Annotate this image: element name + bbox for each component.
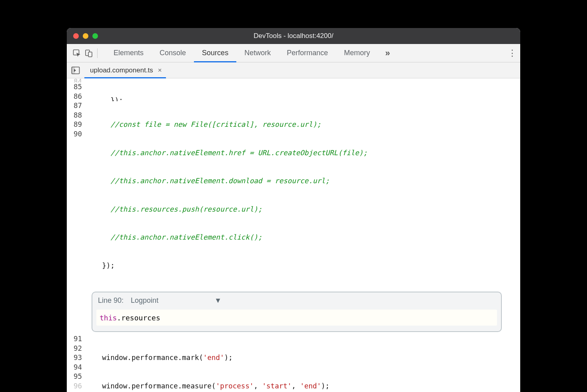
- line-number[interactable]: 84: [67, 78, 82, 82]
- code-comment: //this.anchor.nativeElement.href = URL.c…: [85, 149, 367, 157]
- line-number[interactable]: 94: [67, 363, 82, 372]
- code-string: 'end': [300, 382, 321, 390]
- code-line: });: [85, 97, 520, 101]
- kebab-menu-icon[interactable]: ⋮: [504, 48, 520, 58]
- line-number[interactable]: 88: [67, 111, 82, 120]
- close-tab-icon[interactable]: ×: [158, 66, 162, 74]
- code-token: window.performance.measure(: [85, 382, 216, 390]
- tab-performance[interactable]: Performance: [279, 44, 336, 62]
- line-number[interactable]: 93: [67, 353, 82, 363]
- file-tab-bar: upload.component.ts ×: [67, 62, 520, 78]
- code-editor[interactable]: 84 85 86 87 88 89 90 }); //const file = …: [67, 78, 520, 289]
- tab-sources[interactable]: Sources: [194, 44, 236, 62]
- line-number[interactable]: 95: [67, 372, 82, 382]
- tab-overflow-button[interactable]: »: [378, 48, 397, 58]
- code-string: 'process': [216, 382, 254, 390]
- inspect-element-icon[interactable]: [71, 47, 83, 59]
- line-number[interactable]: 92: [67, 344, 82, 354]
- line-number[interactable]: 96: [67, 382, 82, 391]
- code-editor[interactable]: 91 92 93 94 95 96 window.performance.mar…: [67, 334, 520, 392]
- tab-console[interactable]: Console: [152, 44, 194, 62]
- code-content[interactable]: }); //const file = new File([critical], …: [85, 78, 520, 289]
- code-content[interactable]: window.performance.mark('end'); window.p…: [85, 334, 520, 392]
- line-number[interactable]: 85: [67, 82, 82, 92]
- window-titlebar[interactable]: DevTools - localhost:4200/: [67, 28, 520, 44]
- code-comment: //this.anchor.nativeElement.download = r…: [85, 177, 329, 185]
- code-string: 'end': [203, 354, 224, 362]
- traffic-lights: [73, 33, 98, 39]
- code-token: );: [321, 382, 329, 390]
- window-minimize-button[interactable]: [83, 33, 88, 39]
- code-comment: //this.anchor.nativeElement.click();: [85, 233, 262, 241]
- expr-rest: .resources: [117, 314, 160, 322]
- breakpoint-line-label: Line 90:: [98, 296, 124, 305]
- code-token: window.performance.mark(: [85, 354, 203, 362]
- line-number[interactable]: 89: [67, 120, 82, 130]
- code-comment: //this.resources.push(resource.url);: [85, 205, 262, 213]
- breakpoint-edit-panel: Line 90: Logpoint ▼ this.resources: [92, 292, 502, 332]
- window-title: DevTools - localhost:4200/: [67, 32, 520, 40]
- line-number[interactable]: 90: [67, 130, 82, 139]
- line-gutter[interactable]: 91 92 93 94 95 96: [67, 334, 85, 392]
- panel-tabs: Elements Console Sources Network Perform…: [106, 44, 378, 62]
- main-toolbar: Elements Console Sources Network Perform…: [67, 44, 520, 62]
- line-number[interactable]: 86: [67, 92, 82, 102]
- code-comment: //const file = new File([critical], reso…: [85, 120, 321, 128]
- tab-memory[interactable]: Memory: [336, 44, 378, 62]
- file-tab-upload-component[interactable]: upload.component.ts ×: [84, 62, 166, 78]
- logpoint-expression-input[interactable]: this.resources: [96, 310, 497, 326]
- toolbar-separator: [97, 48, 98, 58]
- code-token: ,: [254, 382, 262, 390]
- code-string: 'start': [262, 382, 292, 390]
- code-token: ,: [292, 382, 300, 390]
- tab-network[interactable]: Network: [236, 44, 279, 62]
- chevron-down-icon: ▼: [214, 296, 222, 305]
- line-number[interactable]: 91: [67, 334, 82, 344]
- window-close-button[interactable]: [73, 33, 79, 39]
- file-tab-label: upload.component.ts: [90, 66, 153, 74]
- breakpoint-type-value: Logpoint: [131, 296, 158, 305]
- devtools-window: DevTools - localhost:4200/ Elements Cons…: [67, 28, 520, 392]
- window-zoom-button[interactable]: [92, 33, 98, 39]
- expr-this: this: [100, 314, 117, 322]
- device-toolbar-icon[interactable]: [83, 47, 95, 59]
- breakpoint-type-select[interactable]: Logpoint ▼: [131, 296, 222, 305]
- svg-rect-2: [88, 52, 92, 57]
- navigator-toggle-icon[interactable]: [67, 62, 84, 78]
- line-gutter[interactable]: 84 85 86 87 88 89 90: [67, 78, 85, 289]
- tab-elements[interactable]: Elements: [106, 44, 152, 62]
- code-line: });: [85, 261, 520, 271]
- code-token: );: [224, 354, 233, 362]
- line-number[interactable]: 87: [67, 101, 82, 111]
